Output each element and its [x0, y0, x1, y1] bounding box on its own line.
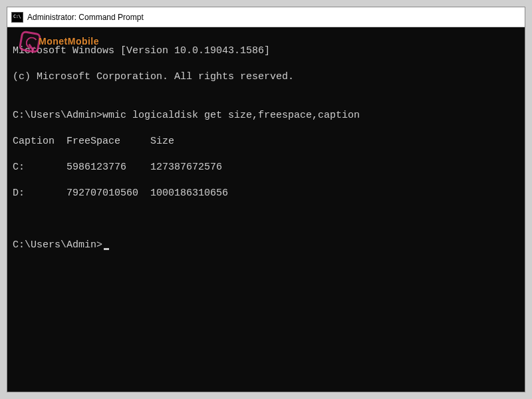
- terminal-area[interactable]: Microsoft Windows [Version 10.0.19043.15…: [7, 27, 525, 392]
- output-header: Caption FreeSpace Size: [13, 135, 519, 148]
- prompt-path: C:\Users\Admin>: [13, 239, 102, 252]
- prompt-path: C:\Users\Admin>: [13, 110, 102, 121]
- current-prompt[interactable]: C:\Users\Admin>: [13, 239, 519, 252]
- titlebar[interactable]: Administrator: Command Prompt: [7, 7, 525, 27]
- command-line: C:\Users\Admin>wmic logicaldisk get size…: [13, 109, 519, 122]
- cmd-icon: [11, 12, 23, 23]
- cursor: [104, 248, 109, 250]
- output-row-c: C: 5986123776 127387672576: [13, 161, 519, 174]
- output-row-d: D: 792707010560 1000186310656: [13, 187, 519, 200]
- version-line: Microsoft Windows [Version 10.0.19043.15…: [13, 45, 519, 58]
- command-text: wmic logicaldisk get size,freespace,capt…: [102, 110, 360, 121]
- window-title: Administrator: Command Prompt: [27, 13, 144, 22]
- copyright-line: (c) Microsoft Corporation. All rights re…: [13, 70, 519, 84]
- cmd-window: Administrator: Command Prompt Microsoft …: [7, 7, 525, 392]
